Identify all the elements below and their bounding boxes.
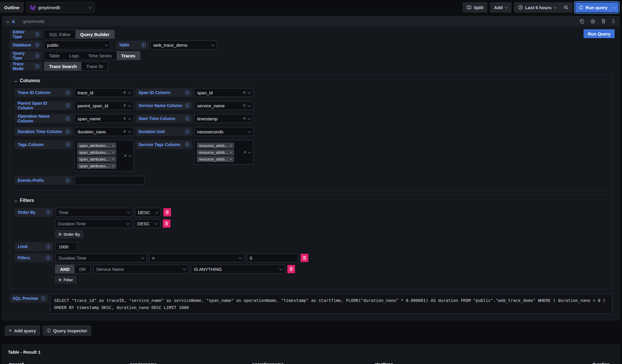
column-header-operationname[interactable]: operationname <box>251 359 373 364</box>
info-icon[interactable]: i <box>66 103 70 108</box>
remove-tag-icon[interactable]: × <box>112 164 114 168</box>
parent-span-id-column-select[interactable]: parent_span_id× <box>75 101 134 110</box>
logic-option-and[interactable]: AND <box>55 265 75 273</box>
remove-tag-icon[interactable]: × <box>112 151 114 154</box>
remove-tag-icon[interactable]: × <box>230 151 232 154</box>
info-icon[interactable]: i <box>66 90 70 95</box>
info-icon[interactable]: i <box>46 256 50 260</box>
column-header-duration[interactable]: duration <box>496 359 614 364</box>
info-icon[interactable]: i <box>185 90 189 95</box>
info-icon[interactable]: i <box>35 54 39 58</box>
order-by-direction-select[interactable]: DESC <box>135 208 161 217</box>
filter-operator-select[interactable]: IS ANYTHING <box>191 265 285 274</box>
clear-icon[interactable]: × <box>124 153 127 158</box>
info-icon[interactable]: i <box>141 43 146 47</box>
database-select[interactable]: public <box>44 41 111 49</box>
info-icon[interactable]: i <box>35 64 39 68</box>
zoom-out-button[interactable] <box>560 3 572 12</box>
info-icon[interactable]: i <box>185 143 189 147</box>
parent-span-id-column-label: Parent Span ID Columni <box>15 101 73 110</box>
trash-icon[interactable] <box>601 19 606 24</box>
add-query-button[interactable]: + Add query <box>5 326 40 336</box>
run-query-button[interactable]: Run query <box>575 2 611 12</box>
filter-value-input[interactable] <box>247 253 298 262</box>
filter-operator-select[interactable]: > <box>149 253 244 262</box>
operation-name-column-select[interactable]: span_name× <box>75 114 134 123</box>
tags-column-multiselect[interactable]: span_attributes....× span_attributes....… <box>75 140 134 171</box>
query-type-option-table[interactable]: Table <box>44 51 65 60</box>
outline-panel-header[interactable]: Outline <box>0 2 24 13</box>
panel-run-query-button[interactable]: Run Query <box>584 29 615 38</box>
column-header-servicename[interactable]: servicename <box>129 359 251 364</box>
query-type-option-traces[interactable]: Traces <box>117 51 140 60</box>
query-type-option-time-series[interactable]: Time Series <box>83 51 116 60</box>
info-icon[interactable]: i <box>35 32 39 36</box>
events-prefix-input[interactable] <box>75 176 144 185</box>
start-time-column-select[interactable]: timestamp× <box>194 114 253 123</box>
query-row-header[interactable]: A (greptimedb) <box>3 16 619 26</box>
remove-tag-icon[interactable]: × <box>230 144 232 148</box>
query-type-option-logs[interactable]: Logs <box>65 51 84 60</box>
add-filter-button[interactable]: ⊕ Filter <box>55 276 76 284</box>
table-select[interactable]: web_trace_demo <box>150 41 217 49</box>
remove-tag-icon[interactable]: × <box>112 157 114 161</box>
query-inspector-button[interactable]: i Query inspector <box>43 326 91 336</box>
column-header-starttime[interactable]: starttime <box>373 359 496 364</box>
remove-filter-button[interactable] <box>301 254 308 262</box>
column-header-traceid[interactable]: traceid <box>8 359 129 364</box>
info-icon[interactable]: i <box>66 143 70 147</box>
remove-order-by-button[interactable] <box>163 208 171 216</box>
order-by-field-select[interactable]: Time <box>56 208 133 217</box>
info-icon[interactable]: i <box>185 117 189 121</box>
columns-section-header[interactable]: Columns <box>15 78 607 83</box>
info-icon[interactable]: i <box>185 103 189 108</box>
clear-icon[interactable]: × <box>243 116 246 121</box>
trace-mode-label: Trace Mode i <box>10 62 42 71</box>
info-icon[interactable]: i <box>66 117 70 121</box>
service-name-column-select[interactable]: service_name× <box>194 101 253 110</box>
run-query-dropdown-button[interactable] <box>611 2 618 12</box>
info-icon[interactable]: i <box>185 130 189 134</box>
info-icon[interactable]: i <box>46 245 50 249</box>
remove-tag-icon[interactable]: × <box>112 144 114 148</box>
info-icon[interactable]: i <box>41 296 45 300</box>
info-icon[interactable]: i <box>35 43 39 47</box>
span-id-column-select[interactable]: span_id× <box>194 88 253 97</box>
clear-icon[interactable]: × <box>243 103 246 108</box>
order-by-direction-select[interactable]: DESC <box>134 219 160 228</box>
trace-mode-option-trace-search[interactable]: Trace Search <box>44 62 81 70</box>
clear-icon[interactable]: × <box>123 116 126 121</box>
service-tags-column-multiselect[interactable]: resource_attrib...× resource_attrib...× … <box>194 140 253 164</box>
duration-unit-select[interactable]: nanoseconds <box>194 127 253 136</box>
duration-time-column-select[interactable]: duration_nano× <box>75 127 134 136</box>
clear-icon[interactable]: × <box>123 103 126 108</box>
remove-filter-button[interactable] <box>287 265 295 273</box>
trace-id-column-select[interactable]: trace_id× <box>75 88 134 97</box>
info-icon[interactable]: i <box>66 130 70 134</box>
remove-order-by-button[interactable] <box>163 219 170 228</box>
editor-type-option-sql-editor[interactable]: SQL Editor <box>44 30 75 38</box>
add-button[interactable]: Add <box>490 2 511 12</box>
limit-input[interactable] <box>56 242 78 251</box>
drag-handle-icon[interactable] <box>612 19 615 24</box>
filter-field-select[interactable]: Duration Time <box>56 253 147 262</box>
filter-field-select[interactable]: Service Name <box>93 265 188 274</box>
filters-section-header[interactable]: Filters <box>15 198 607 203</box>
clear-icon[interactable]: × <box>244 150 246 155</box>
datasource-picker[interactable]: greptimedb <box>27 2 95 13</box>
editor-type-option-query-builder[interactable]: Query Builder <box>75 30 114 38</box>
clear-icon[interactable]: × <box>123 90 126 95</box>
info-icon[interactable]: i <box>66 178 70 182</box>
eye-icon[interactable] <box>590 19 595 24</box>
clear-icon[interactable]: × <box>243 90 246 95</box>
remove-tag-icon[interactable]: × <box>230 157 232 161</box>
add-order-by-button[interactable]: ⊕ Order By <box>55 230 83 238</box>
duplicate-query-icon[interactable] <box>580 19 584 24</box>
order-by-field-select[interactable]: Duration Time <box>55 219 132 228</box>
trace-mode-option-trace-id[interactable]: Trace ID <box>81 62 108 70</box>
logic-option-or[interactable]: OR <box>75 265 91 273</box>
clear-icon[interactable]: × <box>123 129 126 134</box>
info-icon[interactable]: i <box>46 210 50 214</box>
split-button[interactable]: Split <box>463 2 487 12</box>
time-range-picker[interactable]: Last 6 hours <box>515 3 560 12</box>
